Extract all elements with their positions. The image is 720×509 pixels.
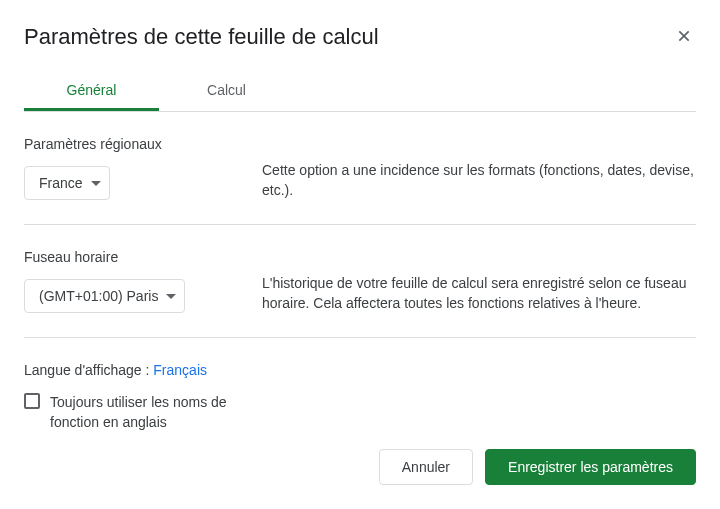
dialog-header: Paramètres de cette feuille de calcul — [24, 24, 696, 50]
function-names-row: Toujours utiliser les noms de fonction e… — [24, 392, 264, 432]
language-section: Langue d'affichage : Français Toujours u… — [24, 362, 696, 432]
timezone-section: Fuseau horaire (GMT+01:00) Paris L'histo… — [24, 249, 696, 338]
locale-description: Cette option a une incidence sur les for… — [262, 136, 696, 200]
timezone-value: (GMT+01:00) Paris — [39, 288, 158, 304]
locale-label: Paramètres régionaux — [24, 136, 262, 152]
timezone-left: Fuseau horaire (GMT+01:00) Paris — [24, 249, 262, 313]
function-names-label: Toujours utiliser les noms de fonction e… — [50, 392, 264, 432]
svg-marker-3 — [166, 294, 176, 299]
timezone-description: L'historique de votre feuille de calcul … — [262, 249, 696, 313]
timezone-dropdown[interactable]: (GMT+01:00) Paris — [24, 279, 185, 313]
cancel-button[interactable]: Annuler — [379, 449, 473, 485]
timezone-label: Fuseau horaire — [24, 249, 262, 265]
tabs: Général Calcul — [24, 70, 696, 112]
language-link[interactable]: Français — [153, 362, 207, 378]
locale-section: Paramètres régionaux France Cette option… — [24, 136, 696, 225]
chevron-down-icon — [91, 181, 101, 186]
dialog-footer: Annuler Enregistrer les paramètres — [379, 449, 696, 485]
function-names-checkbox[interactable] — [24, 393, 40, 409]
save-button[interactable]: Enregistrer les paramètres — [485, 449, 696, 485]
close-icon — [676, 28, 692, 47]
locale-value: France — [39, 175, 83, 191]
dialog-title: Paramètres de cette feuille de calcul — [24, 24, 379, 50]
svg-marker-2 — [91, 181, 101, 186]
locale-left: Paramètres régionaux France — [24, 136, 262, 200]
tab-general[interactable]: Général — [24, 70, 159, 111]
locale-dropdown[interactable]: France — [24, 166, 110, 200]
settings-dialog: Paramètres de cette feuille de calcul Gé… — [0, 0, 720, 456]
chevron-down-icon — [166, 294, 176, 299]
tab-calculation[interactable]: Calcul — [159, 70, 294, 111]
close-button[interactable] — [672, 25, 696, 49]
language-row: Langue d'affichage : Français — [24, 362, 696, 378]
language-label: Langue d'affichage : — [24, 362, 153, 378]
tab-content: Paramètres régionaux France Cette option… — [24, 112, 696, 432]
